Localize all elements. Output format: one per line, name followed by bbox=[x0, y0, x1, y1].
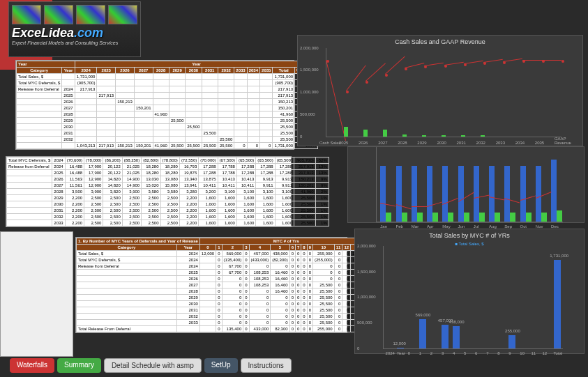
tab-summary[interactable]: Summary bbox=[57, 358, 101, 373]
chart-title: Cash Sales and GAAP Revenue bbox=[298, 36, 582, 48]
table-year-summary[interactable]: YearYearCategoryYear20242025202620272028… bbox=[15, 60, 294, 150]
tab-instructions[interactable]: Instructions bbox=[241, 358, 292, 373]
chart-cash-gaap: Cash Sales and GAAP Revenue Cash Sales20… bbox=[297, 35, 583, 146]
tab-waterfalls[interactable]: Waterfalls bbox=[10, 358, 54, 373]
chart-total-by-myc: Total Sales by MYC # of YRs ■ Total Sale… bbox=[354, 229, 585, 354]
table-myc-years[interactable]: 1. By Number of MYC Years of Deferrals a… bbox=[75, 237, 347, 333]
chart-monthly: JanFebMarAprMayJunJulAugSepOctNovDec bbox=[347, 146, 585, 223]
chart-title: Total Sales by MYC # of YRs bbox=[355, 229, 584, 242]
tab-setup[interactable]: SetUp bbox=[204, 358, 238, 373]
logo-banner: ExceLidea.com Expert Financial Models an… bbox=[8, 1, 141, 57]
sheet-tabs: WaterfallsSummaryDetail Schedule with as… bbox=[10, 358, 292, 373]
tab-detail-schedule-with-asmp[interactable]: Detail Schedule with asmp bbox=[104, 358, 202, 373]
table-monthly-deferrals[interactable]: Total MYC Deferrals, $2024(70,600)(78,00… bbox=[6, 156, 292, 227]
table-left-detail[interactable] bbox=[0, 231, 73, 357]
